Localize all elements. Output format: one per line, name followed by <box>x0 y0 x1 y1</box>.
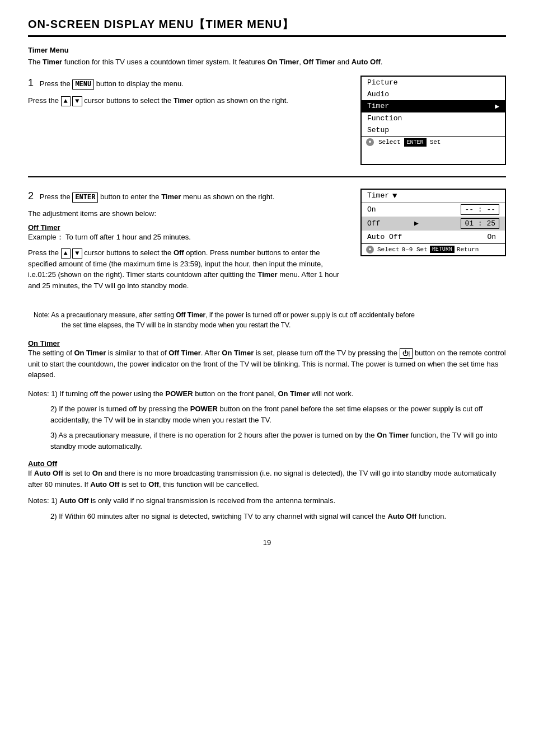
menu-item-setup-label: Setup <box>367 126 389 134</box>
menu-item-audio-label: Audio <box>367 90 389 98</box>
on-timer-text: The setting of On Timer is similar to th… <box>28 348 506 381</box>
timer-menu-label: Timer Menu <box>28 46 506 54</box>
off-timer-heading: Off Timer <box>28 223 349 232</box>
auto-off-value: On <box>484 232 499 242</box>
timer-auto-off-row: Auto Off On <box>362 231 505 243</box>
menu-item-setup: Setup <box>362 124 505 136</box>
on-label: On <box>367 205 412 214</box>
step2-line2: The adjustment items are shown below: <box>28 208 349 219</box>
intro-text: The Timer function for this TV uses a co… <box>28 57 506 68</box>
step1-text: 1 Press the MENU button to display the m… <box>28 76 349 165</box>
menu-key: MENU <box>72 79 94 90</box>
step2-line1: 2 Press the ENTER button to enter the Ti… <box>28 189 349 204</box>
step2-section: 2 Press the ENTER button to enter the Ti… <box>28 189 506 299</box>
menu-item-timer-label: Timer <box>367 102 389 110</box>
step1-line1: 1 Press the MENU button to display the m… <box>28 76 349 91</box>
on-timer-heading: On Timer <box>28 339 506 348</box>
footer-select-label: Select <box>378 139 401 145</box>
timer-menu-header: Timer ▼ <box>362 190 505 203</box>
menu-item-picture-label: Picture <box>367 78 398 87</box>
menu-item-function: Function <box>362 112 505 124</box>
timer-label: Timer <box>367 191 389 200</box>
off-arrow-icon: ▶ <box>414 219 419 228</box>
page-number: 19 <box>28 538 506 547</box>
menu-footer: ● Select ENTER Set <box>362 136 505 148</box>
notes2-label: Notes: 1) If turning off the power using… <box>28 388 506 400</box>
page-title: ON-SCREEN DISPLAY MENU【TIMER MENU】 <box>28 17 506 37</box>
menu-item-timer: Timer ▶ <box>362 100 505 112</box>
down-arrow-icon: ▼ <box>392 191 397 200</box>
down-key: ▼ <box>72 96 82 106</box>
step2-text: 2 Press the ENTER button to enter the Ti… <box>28 189 349 299</box>
timer-menu-display-box: Timer ▼ On -- : -- Off ▶ 01 : 25 Auto Of… <box>360 189 506 256</box>
select-circle-icon2: ● <box>366 246 374 253</box>
footer-select-label2: Select <box>377 246 400 253</box>
up-key2: ▲ <box>61 248 71 259</box>
note2-item3: 3) As a precautionary measure, if there … <box>50 430 506 452</box>
auto-off-section: Auto Off If Auto Off is set to On and th… <box>28 459 506 522</box>
down-key2: ▼ <box>72 248 82 259</box>
select-circle-icon: ● <box>366 138 374 146</box>
step1-line2: Press the ▲ ▼ cursor buttons to select t… <box>28 95 349 106</box>
footer-set-label2: 0–9 Set <box>402 246 428 253</box>
on-value: -- : -- <box>461 204 499 215</box>
timer-on-row: On -- : -- <box>362 203 505 217</box>
enter-key-icon: ENTER <box>404 138 427 147</box>
return-btn-icon: RETURN <box>430 246 455 253</box>
on-timer-section: On Timer The setting of On Timer is simi… <box>28 339 506 381</box>
timer-arrow-icon: ▶ <box>495 102 499 111</box>
footer-set-label: Set <box>430 139 441 145</box>
auto-off-notes: Notes: 1) Auto Off is only valid if no s… <box>28 495 506 522</box>
timer-menu-footer: ● Select 0–9 Set RETURN Return <box>362 243 505 255</box>
enter-btn-label: ENTER <box>72 192 98 203</box>
off-timer-text: Press the ▲ ▼ cursor buttons to select t… <box>28 247 349 292</box>
menu-display-box: Picture Audio Timer ▶ Function Setup ● S… <box>360 76 506 165</box>
power-icon: ⏻| <box>400 348 413 359</box>
note2-item1: 1) If turning off the power using the PO… <box>51 389 353 398</box>
auto-off-note2: 2) If Within 60 minutes after no signal … <box>50 511 506 522</box>
step2-number: 2 <box>28 190 34 201</box>
note1-text: Note: As a precautionary measure, after … <box>34 310 506 330</box>
off-label: Off <box>367 219 412 228</box>
section-divider-1 <box>28 176 506 177</box>
menu-item-picture: Picture <box>362 77 505 88</box>
auto-off-heading: Auto Off <box>28 459 506 468</box>
off-timer-example: Example： To turn off after 1 hour and 25… <box>28 232 349 243</box>
auto-off-label: Auto Off <box>367 233 412 241</box>
step1-section: 1 Press the MENU button to display the m… <box>28 76 506 165</box>
notes2-section: Notes: 1) If turning off the power using… <box>28 388 506 452</box>
off-timer-section: Off Timer Example： To turn off after 1 h… <box>28 223 349 291</box>
menu-item-audio: Audio <box>362 88 505 100</box>
up-key: ▲ <box>61 96 71 106</box>
off-value: 01 : 25 <box>461 218 499 229</box>
footer-return-label: Return <box>457 246 479 253</box>
auto-off-text1: If Auto Off is set to On and there is no… <box>28 468 506 490</box>
auto-off-note1: 1) Auto Off is only valid if no signal t… <box>51 496 335 505</box>
note2-item2: 2) If the power is turned off by pressin… <box>50 403 506 425</box>
step1-menu: Picture Audio Timer ▶ Function Setup ● S… <box>360 76 506 165</box>
timer-off-row: Off ▶ 01 : 25 <box>362 217 505 231</box>
timer-menu-box-col: Timer ▼ On -- : -- Off ▶ 01 : 25 Auto Of… <box>360 189 506 299</box>
auto-off-note-label: Notes: 1) Auto Off is only valid if no s… <box>28 495 506 506</box>
step1-number: 1 <box>28 77 34 88</box>
menu-item-function-label: Function <box>367 114 402 123</box>
